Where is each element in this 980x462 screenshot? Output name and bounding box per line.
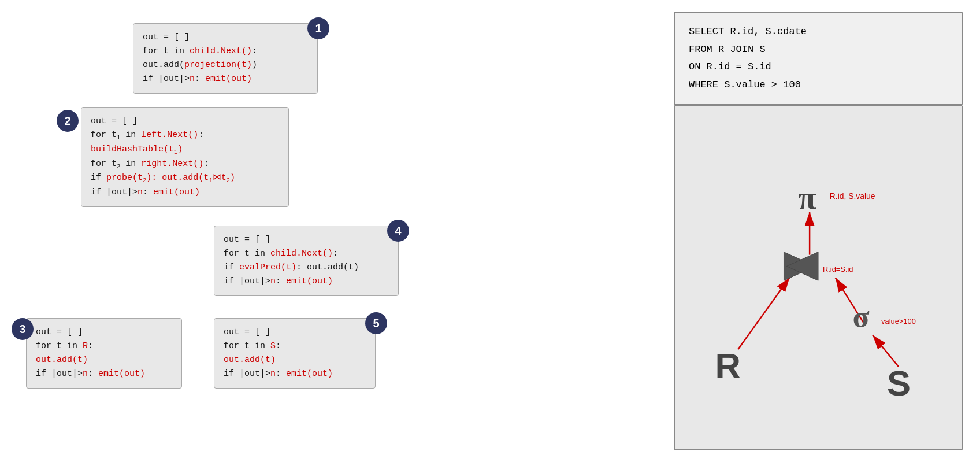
code-line: if evalPred(t): out.add(t) [224,261,389,275]
code-box-5: out = [ ] for t in S: out.add(t) if |out… [214,318,376,389]
code-line: if |out|>n: emit(out) [224,275,389,289]
code-line: if |out|>n: emit(out) [91,186,279,199]
svg-text:π: π [798,180,816,216]
code-line: for t in child.Next(): [143,45,308,58]
code-line: if |out|>n: emit(out) [143,72,308,86]
code-line: out.add(t) [224,353,366,367]
code-box-3: out = [ ] for t in R: out.add(t) if |out… [26,318,182,389]
code-line: for t in child.Next(): [224,247,389,261]
sql-line-1: SELECT R.id, S.cdate [689,23,948,41]
code-line: out = [ ] [224,233,389,247]
code-line: out = [ ] [36,326,172,339]
code-line: out.add(t) [36,353,172,367]
code-line: out = [ ] [143,31,308,45]
left-panel: out = [ ] for t in child.Next(): out.add… [17,12,651,450]
svg-text:value>100: value>100 [881,317,916,326]
code-box-4: out = [ ] for t in child.Next(): if eval… [214,226,399,296]
badge-2: 2 [57,110,79,132]
badge-4: 4 [387,220,409,242]
code-line: if |out|>n: emit(out) [224,367,366,381]
sql-line-3: ON R.id = S.id [689,58,948,76]
svg-line-4 [873,335,899,367]
code-line: for t in S: [224,339,366,353]
sql-box: SELECT R.id, S.cdate FROM R JOIN S ON R.… [674,12,963,105]
svg-text:R: R [715,346,740,386]
svg-text:S: S [887,363,911,403]
code-line: if |out|>n: emit(out) [36,367,172,381]
code-line: for t1 in left.Next(): [91,128,279,143]
code-line: out.add(projection(t)) [143,58,308,72]
svg-text:R.id=S.id: R.id=S.id [823,265,853,274]
main-container: out = [ ] for t in child.Next(): out.add… [0,0,980,462]
svg-text:R.id, S.value: R.id, S.value [830,192,875,201]
badge-5: 5 [365,312,387,334]
badge-1: 1 [307,17,329,39]
sql-line-2: FROM R JOIN S [689,41,948,59]
code-box-1: out = [ ] for t in child.Next(): out.add… [133,23,318,94]
code-line: out = [ ] [224,326,366,339]
sql-line-4: WHERE S.value > 100 [689,76,948,94]
code-line: if probe(t2): out.add(t1⋈t2) [91,171,279,186]
svg-text:σ: σ [853,299,870,334]
code-line: for t in R: [36,339,172,353]
code-box-2: out = [ ] for t1 in left.Next(): buildHa… [81,107,289,207]
svg-line-2 [738,278,789,350]
badge-3: 3 [12,318,34,340]
right-panel: SELECT R.id, S.cdate FROM R JOIN S ON R.… [674,12,963,450]
code-line: buildHashTable(t1) [91,143,279,157]
code-line: for t2 in right.Next(): [91,157,279,172]
code-line: out = [ ] [91,114,279,128]
ra-diagram: π R.id, S.value R.id=S.id σ value>100 R … [674,105,963,450]
